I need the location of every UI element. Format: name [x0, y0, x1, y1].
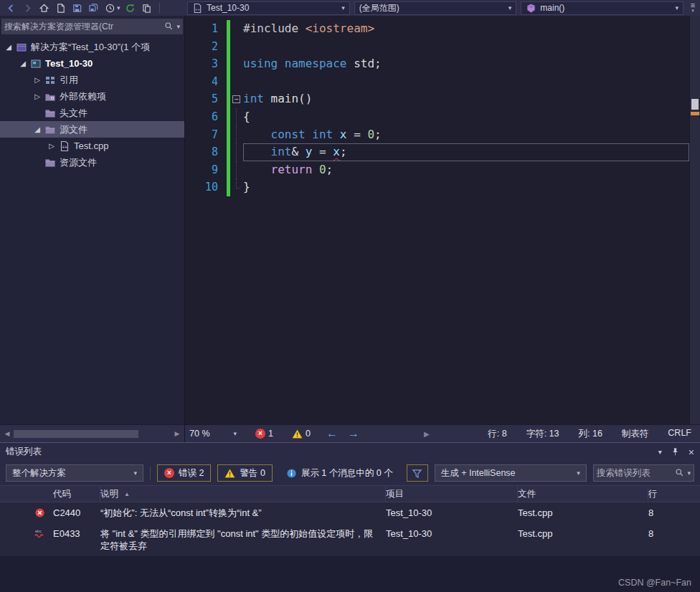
status-line[interactable]: 行: 8 — [488, 428, 506, 440]
tree-item[interactable]: ▷引用 — [0, 72, 184, 88]
scrollbar-thumb[interactable] — [14, 430, 138, 438]
status-tabs[interactable]: 制表符 — [622, 428, 649, 440]
close-icon[interactable]: × — [689, 447, 694, 458]
code-line[interactable]: 1#include <iostream> — [185, 20, 689, 38]
save-button[interactable] — [69, 1, 85, 15]
warnings-filter-button[interactable]: 警告 0 — [217, 464, 272, 482]
error-code-link[interactable]: C2440 — [53, 507, 100, 519]
window-position-icon[interactable]: ▾ — [658, 448, 662, 456]
solution-icon — [14, 42, 29, 53]
dependencies-icon — [43, 91, 57, 102]
status-warning-count[interactable]: 0 — [292, 429, 311, 439]
chevron-down-icon[interactable]: ▾ — [176, 23, 180, 30]
refresh-button[interactable] — [122, 1, 138, 15]
error-search-input[interactable] — [597, 468, 674, 478]
error-list-panel: 错误列表 ▾ × 整个解决方案 ▾ × 错误 2 — [0, 442, 700, 592]
home-button[interactable] — [36, 1, 52, 15]
status-character[interactable]: 字符: 13 — [526, 428, 559, 440]
menu-icon: ≡ — [691, 2, 695, 8]
header-file[interactable]: 文件 — [518, 486, 648, 502]
error-row[interactable]: C2440“初始化”: 无法从“const int”转换为“int &”Test… — [0, 502, 700, 523]
status-column[interactable]: 列: 16 — [578, 428, 602, 440]
toolbar-separator — [159, 3, 160, 13]
code-token: namespace — [285, 57, 354, 70]
code-lines[interactable]: 1#include <iostream>23using namespace st… — [185, 16, 689, 424]
member-dropdown[interactable]: main() ▾ — [521, 1, 684, 15]
project-dropdown[interactable]: ++ Test_10-30 ▾ — [187, 1, 350, 15]
scroll-right-button[interactable]: ▶ — [172, 430, 182, 437]
horizontal-scrollbar[interactable]: ◀ ▶ — [0, 424, 184, 442]
code-line[interactable]: 4 — [185, 73, 689, 91]
solution-search-input[interactable] — [4, 22, 163, 32]
code-line[interactable]: 3using namespace std; — [185, 55, 689, 73]
scrollbar-track[interactable] — [12, 425, 172, 443]
code-token: #include — [243, 22, 306, 35]
vertical-scrollbar[interactable] — [689, 16, 700, 424]
error-code-link[interactable]: E0433 — [53, 527, 100, 540]
error-row[interactable]: abcE0433将 "int &" 类型的引用绑定到 "const int" 类… — [0, 523, 700, 556]
header-severity[interactable] — [32, 486, 53, 502]
tree-item[interactable]: ◢Test_10-30 — [0, 55, 184, 72]
header-description[interactable]: 说明 ▲ — [100, 486, 386, 502]
navigate-forward-button[interactable]: → — [348, 427, 359, 440]
save-all-button[interactable] — [85, 1, 102, 15]
navigate-backward-button[interactable]: ← — [326, 427, 338, 440]
zoom-dropdown[interactable]: 70 % ▾ — [189, 429, 237, 439]
open-file-button[interactable] — [52, 1, 69, 15]
code-line[interactable]: 8 int& y = x; — [185, 143, 689, 161]
error-list-toolbar: 整个解决方案 ▾ × 错误 2 警告 0 展示 1 个消息中的 0 个 — [0, 461, 700, 485]
code-token: & — [291, 145, 305, 158]
sort-ascending-icon: ▲ — [124, 491, 130, 497]
scope-filter-dropdown[interactable]: 整个解决方案 ▾ — [6, 464, 143, 482]
copy-button[interactable] — [138, 1, 155, 15]
code-text — [243, 38, 689, 56]
expander-collapsed-icon[interactable]: ▷ — [32, 76, 43, 84]
tree-item[interactable]: 资源文件 — [0, 154, 184, 171]
save-all-icon — [88, 3, 99, 14]
history-button[interactable] — [102, 1, 118, 15]
messages-filter-button[interactable]: 展示 1 个消息中的 0 个 — [279, 464, 400, 482]
source-filter-dropdown[interactable]: 生成 + IntelliSense ▾ — [435, 464, 587, 482]
tree-item[interactable]: ◢解决方案“Test_10-30”(1 个项 — [0, 39, 184, 55]
tree-item[interactable]: ▷++Test.cpp — [0, 138, 184, 154]
pin-icon[interactable] — [671, 447, 680, 457]
toolbar-overflow-button[interactable]: ≡ ▾ — [686, 1, 700, 15]
chevron-down-icon: ▾ — [675, 4, 678, 11]
scope-dropdown[interactable]: (全局范围) ▾ — [354, 1, 517, 15]
code-line[interactable]: 5−int main() — [185, 90, 689, 108]
error-count-label: 1 — [268, 429, 273, 439]
expander-expanded-icon[interactable]: ◢ — [3, 43, 14, 51]
tree-item[interactable]: 头文件 — [0, 105, 184, 121]
code-line[interactable]: 6{ — [185, 108, 689, 126]
expander-collapsed-icon[interactable]: ▷ — [46, 142, 57, 150]
header-project[interactable]: 项目 — [386, 486, 518, 502]
scrollbar-thumb[interactable] — [691, 99, 699, 110]
outline-guide-end — [236, 178, 240, 188]
errors-filter-button[interactable]: × 错误 2 — [157, 464, 211, 482]
tree-item-label: 头文件 — [60, 107, 88, 120]
navigate-forward-button[interactable] — [19, 1, 36, 15]
filter-button[interactable]: * — [407, 464, 428, 482]
expander-expanded-icon[interactable]: ◢ — [32, 125, 43, 133]
search-icon[interactable] — [675, 468, 686, 479]
navigate-back-button[interactable] — [3, 1, 19, 15]
tree-item[interactable]: ▷外部依赖项 — [0, 88, 184, 105]
status-line-ending[interactable]: CRLF — [668, 428, 691, 440]
search-icon[interactable] — [164, 22, 175, 32]
status-error-count[interactable]: × 1 — [255, 429, 273, 439]
code-line[interactable]: 10} — [185, 178, 689, 196]
header-line[interactable]: 行 — [648, 486, 700, 502]
code-line[interactable]: 9 return 0; — [185, 161, 689, 179]
outline-margin — [230, 20, 243, 38]
collapse-region-icon[interactable]: − — [232, 95, 240, 103]
chevron-down-icon[interactable]: ▾ — [687, 469, 691, 477]
expander-expanded-icon[interactable]: ◢ — [17, 59, 29, 67]
code-line[interactable]: 2 — [185, 38, 689, 56]
tree-item[interactable]: ◢源文件 — [0, 121, 184, 138]
open-file-icon — [55, 3, 66, 14]
expander-collapsed-icon[interactable]: ▷ — [32, 92, 43, 100]
header-code[interactable]: 代码 — [53, 486, 100, 502]
code-line[interactable]: 7 const int x = 0; — [185, 126, 689, 144]
history-dropdown-icon[interactable]: ▾ — [117, 4, 120, 11]
scroll-left-button[interactable]: ◀ — [2, 430, 12, 437]
